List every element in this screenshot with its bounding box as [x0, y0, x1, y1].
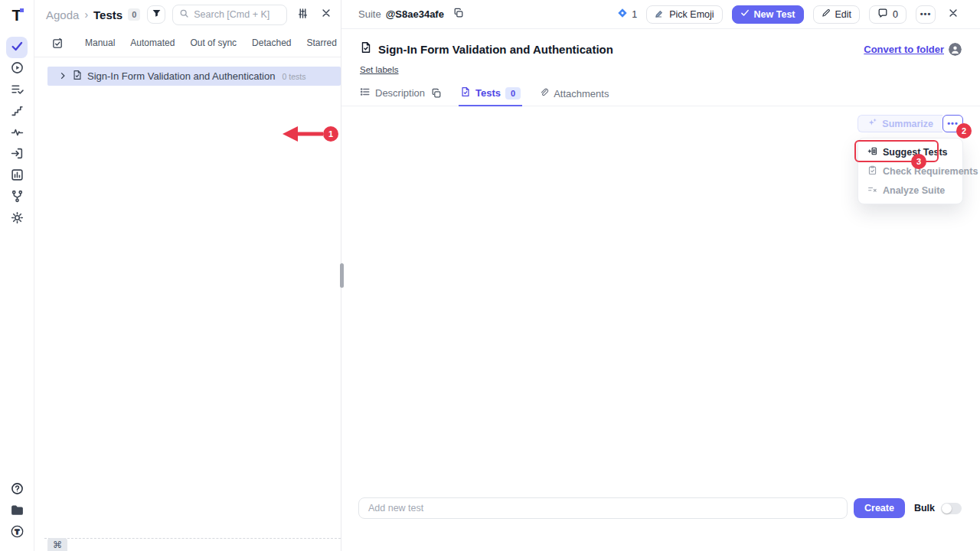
- plus-doc-icon: [867, 146, 877, 158]
- sidebar-item-import[interactable]: [6, 144, 28, 165]
- filter-tab-manual[interactable]: Manual: [85, 37, 115, 48]
- close-detail-button[interactable]: [945, 6, 962, 23]
- filter-button[interactable]: [147, 5, 165, 24]
- search-box[interactable]: [172, 5, 287, 25]
- close-icon: [321, 8, 332, 21]
- new-test-label: New Test: [754, 9, 795, 20]
- sidebar-item-pulse[interactable]: [6, 122, 28, 144]
- summarize-button[interactable]: Summarize: [858, 115, 942, 132]
- sidebar-item-settings[interactable]: [6, 208, 28, 230]
- breadcrumb: Agoda › Tests 0: [46, 8, 140, 21]
- pencil-icon: [822, 8, 831, 20]
- bar-chart-icon: [11, 168, 24, 184]
- menu-item-label: Analyze Suite: [883, 185, 945, 196]
- annotation-step-1: 1: [323, 126, 338, 142]
- copy-description-icon[interactable]: [431, 88, 442, 99]
- sidebar-item-runs[interactable]: [6, 58, 28, 80]
- close-icon: [948, 8, 959, 21]
- suite-tree-title: Sign-In Form Validation and Authenticati…: [87, 70, 275, 82]
- app-logo[interactable]: T: [12, 6, 22, 24]
- ai-dropdown-menu: Suggest Tests Check Requirements Analyze…: [858, 138, 963, 204]
- account-button[interactable]: T: [6, 522, 28, 543]
- bulk-label: Bulk: [914, 503, 935, 514]
- chevron-right-icon[interactable]: [58, 70, 67, 83]
- sidebar-item-steps[interactable]: [6, 101, 28, 122]
- menu-item-analyze-suite[interactable]: Analyze Suite: [858, 181, 962, 200]
- list-icon: [360, 86, 371, 99]
- suite-id: @S8ae34afe: [386, 8, 444, 20]
- add-new-test-input[interactable]: [358, 497, 848, 519]
- paperclip-icon: [539, 87, 549, 99]
- list-check-icon: [11, 83, 24, 99]
- suite-file-icon: [360, 41, 372, 57]
- command-shortcut-button[interactable]: ⌘: [47, 538, 67, 551]
- sliders-icon: [297, 8, 309, 22]
- toggle-knob: [942, 504, 952, 514]
- suite-file-icon: [72, 70, 83, 83]
- comments-button[interactable]: 0: [869, 5, 906, 24]
- clipboard-check-icon: [867, 165, 877, 178]
- tab-description-label: Description: [375, 87, 425, 99]
- tree-panel: Agoda › Tests 0 Manual Automated: [34, 0, 341, 551]
- funnel-icon: [152, 8, 162, 21]
- create-button[interactable]: Create: [854, 498, 905, 518]
- select-edit-icon[interactable]: [52, 37, 64, 49]
- tests-count-badge: 0: [128, 8, 140, 21]
- filter-tab-automated[interactable]: Automated: [130, 37, 175, 48]
- logo-circle-icon: T: [11, 525, 24, 541]
- tab-description[interactable]: Description: [360, 86, 442, 106]
- detail-panel: Suite @S8ae34afe 1 Pick Emoji New Test: [341, 0, 980, 551]
- tree-body: Sign-In Form Validation and Authenticati…: [34, 57, 341, 551]
- tree-footer-divider: [44, 538, 341, 539]
- breadcrumb-project[interactable]: Agoda: [46, 8, 79, 21]
- breadcrumb-separator: ›: [84, 8, 88, 21]
- ellipsis-icon: •••: [920, 10, 932, 18]
- projects-button[interactable]: [6, 500, 28, 522]
- question-circle-icon: [11, 482, 24, 498]
- search-input[interactable]: [194, 9, 280, 20]
- tab-tests-label: Tests: [475, 87, 501, 99]
- view-settings-button[interactable]: [294, 6, 311, 23]
- filter-tab-out-of-sync[interactable]: Out of sync: [190, 37, 237, 48]
- diamond-icon: [617, 8, 628, 21]
- menu-item-suggest-tests[interactable]: Suggest Tests: [858, 142, 962, 161]
- new-test-button[interactable]: New Test: [732, 5, 804, 24]
- check-icon: [11, 40, 24, 56]
- tree-topbar: Agoda › Tests 0: [34, 0, 341, 29]
- tests-content-area: Summarize ••• Suggest Tests Check Requir…: [341, 106, 980, 474]
- suite-tree-row[interactable]: Sign-In Form Validation and Authenticati…: [47, 67, 341, 86]
- folder-icon: [11, 504, 24, 520]
- copy-suite-id-icon[interactable]: [453, 8, 464, 21]
- filter-tab-detached[interactable]: Detached: [252, 37, 291, 48]
- sidebar-item-plans[interactable]: [6, 80, 28, 101]
- pick-emoji-button[interactable]: Pick Emoji: [646, 5, 722, 24]
- edit-button[interactable]: Edit: [813, 5, 861, 24]
- tab-tests[interactable]: Tests 0: [460, 86, 521, 106]
- activity-icon: [11, 126, 24, 142]
- edit-label: Edit: [835, 9, 852, 20]
- avatar[interactable]: [949, 43, 962, 56]
- menu-item-check-requirements[interactable]: Check Requirements: [858, 161, 962, 181]
- panel-resize-handle[interactable]: [340, 263, 344, 288]
- tab-tests-badge: 0: [505, 87, 521, 99]
- close-tree-button[interactable]: [318, 6, 335, 23]
- tab-attachments[interactable]: Attachments: [539, 87, 609, 106]
- detail-tabs: Description Tests 0 Attachments: [341, 85, 980, 106]
- detail-header-actions: 1 Pick Emoji New Test Edit 0: [617, 5, 962, 24]
- pick-emoji-icon: [655, 8, 665, 21]
- convert-to-folder-link[interactable]: Convert to folder: [864, 44, 944, 55]
- tree-filter-tabs: Manual Automated Out of sync Detached St…: [34, 29, 341, 57]
- more-actions-button[interactable]: •••: [916, 5, 936, 24]
- set-labels-link[interactable]: Set labels: [360, 65, 399, 74]
- help-button[interactable]: [6, 479, 28, 500]
- sidebar-item-tests[interactable]: [6, 37, 28, 58]
- sidebar-item-branches[interactable]: [6, 187, 28, 208]
- filter-tab-starred[interactable]: Starred: [306, 37, 336, 48]
- git-branch-icon: [11, 190, 24, 206]
- app-window: T: [0, 0, 980, 551]
- file-check-icon: [460, 86, 471, 99]
- bulk-toggle[interactable]: [941, 503, 962, 514]
- rail-nav: [6, 37, 28, 230]
- sidebar-item-analytics[interactable]: [6, 165, 28, 187]
- breadcrumb-section: Tests: [93, 8, 122, 21]
